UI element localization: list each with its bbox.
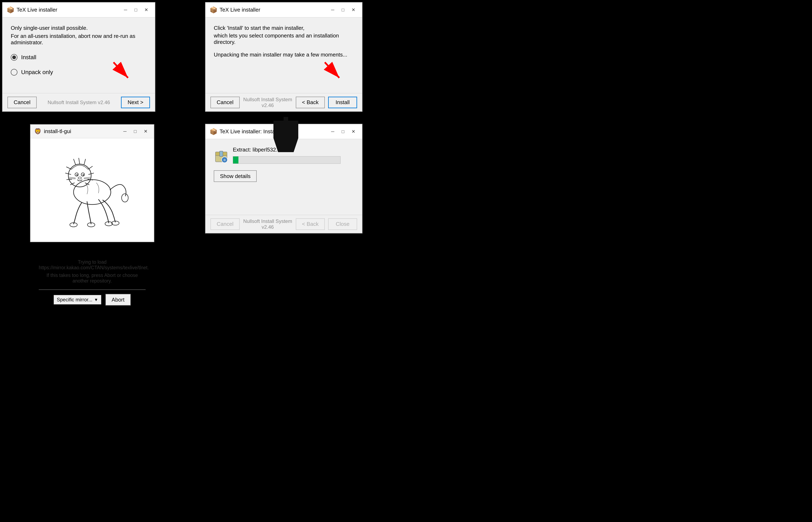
close-btn-1[interactable]: ✕ bbox=[142, 6, 151, 14]
message-line1-1: Only single-user install possible. bbox=[11, 25, 147, 31]
dropdown-arrow-icon: ▼ bbox=[94, 297, 98, 302]
progress-bar-container bbox=[233, 156, 341, 164]
cartoon-area bbox=[31, 138, 154, 242]
app-icon-1: 📦 bbox=[7, 6, 14, 14]
svg-rect-35 bbox=[219, 151, 223, 157]
maximize-btn-1[interactable]: □ bbox=[131, 6, 140, 14]
footer-1: Cancel Nullsoft Install System v2.46 Nex… bbox=[2, 93, 155, 112]
next-button-1[interactable]: Next > bbox=[121, 97, 150, 108]
footer-label-1: Nullsoft Install System v2.46 bbox=[40, 100, 118, 105]
svg-line-25 bbox=[69, 179, 76, 179]
window-installer-2: 📦 TeX Live installer ─ □ ✕ Click 'Instal… bbox=[205, 2, 363, 112]
svg-line-8 bbox=[74, 159, 76, 165]
extract-icon: ⚙ bbox=[214, 149, 229, 164]
svg-point-22 bbox=[83, 174, 84, 176]
radio-unpack[interactable]: Unpack only bbox=[11, 69, 147, 76]
svg-line-27 bbox=[84, 179, 91, 179]
gui-body: TeX Live Installer Trying to load https:… bbox=[31, 242, 154, 312]
svg-line-11 bbox=[66, 167, 72, 169]
install-button-2[interactable]: Install bbox=[328, 97, 357, 108]
minimize-btn-2[interactable]: ─ bbox=[328, 6, 337, 14]
progress-fill bbox=[233, 157, 238, 163]
svg-line-9 bbox=[79, 158, 80, 164]
gui-status-1: Trying to load https://mirror.kakao.com/… bbox=[39, 259, 146, 270]
maximize-btn-gui[interactable]: □ bbox=[131, 128, 140, 135]
svg-line-10 bbox=[84, 159, 85, 165]
window-title-1: TeX Live installer bbox=[17, 7, 57, 13]
gui-footer: Specific mirror... ▼ Abort bbox=[39, 289, 146, 305]
radio-unpack-label: Unpack only bbox=[21, 69, 53, 76]
svg-text:⚙: ⚙ bbox=[223, 158, 226, 162]
title-bar-1: 📦 TeX Live installer ─ □ ✕ bbox=[2, 2, 155, 17]
svg-line-24 bbox=[69, 177, 76, 178]
cancel-button-2[interactable]: Cancel bbox=[210, 97, 240, 108]
message-line2-2: which lets you select components and an … bbox=[214, 33, 354, 45]
close-btn-2[interactable]: ✕ bbox=[349, 6, 358, 14]
svg-point-7 bbox=[69, 164, 91, 187]
message-line2-1: For an all-users installation, abort now… bbox=[11, 33, 147, 46]
extract-label: Extract: libperl532.a bbox=[233, 146, 341, 153]
show-details-button[interactable]: Show details bbox=[214, 170, 257, 182]
minimize-btn-gui[interactable]: ─ bbox=[120, 128, 130, 135]
close-btn-gui[interactable]: ✕ bbox=[141, 128, 150, 135]
svg-point-32 bbox=[121, 194, 128, 202]
gui-app-icon: 🦁 bbox=[34, 128, 41, 135]
window-title-4: TeX Live installer: Installing bbox=[219, 128, 285, 135]
radio-unpack-circle[interactable] bbox=[11, 69, 17, 76]
window-title-2: TeX Live installer bbox=[219, 7, 260, 13]
svg-line-15 bbox=[66, 179, 72, 180]
message-line3-2: Unpacking the main installer may take a … bbox=[214, 52, 354, 58]
svg-point-6 bbox=[74, 180, 111, 204]
window-installer-1: 📦 TeX Live installer ─ □ ✕ Only single-u… bbox=[2, 2, 155, 112]
close-button-4[interactable]: Close bbox=[328, 218, 357, 230]
gui-window-title: install-tl-gui bbox=[44, 128, 71, 135]
svg-line-12 bbox=[88, 166, 93, 169]
minimize-btn-1[interactable]: ─ bbox=[121, 6, 130, 14]
cancel-button-4[interactable]: Cancel bbox=[210, 218, 240, 230]
title-bar-4: 📦 TeX Live installer: Installing ─ □ ✕ bbox=[206, 124, 362, 139]
mirror-label: Specific mirror... bbox=[57, 297, 92, 303]
maximize-btn-2[interactable]: □ bbox=[339, 6, 348, 14]
mirror-dropdown[interactable]: Specific mirror... ▼ bbox=[54, 295, 101, 304]
footer-4: Cancel Nullsoft Install System v2.46 < B… bbox=[206, 215, 362, 233]
title-bar-gui: 🦁 install-tl-gui ─ □ ✕ bbox=[31, 125, 154, 138]
maximize-btn-4[interactable]: □ bbox=[339, 128, 348, 135]
footer-label-4: Nullsoft Install System v2.46 bbox=[243, 218, 292, 230]
gui-app-title: TeX Live Installer bbox=[39, 248, 146, 256]
minimize-btn-4[interactable]: ─ bbox=[328, 128, 337, 135]
radio-install-label: Install bbox=[21, 54, 36, 61]
back-button-4[interactable]: < Back bbox=[296, 218, 325, 230]
gui-status-2: If this takes too long, press Abort or c… bbox=[39, 273, 146, 284]
window-install-gui: 🦁 install-tl-gui ─ □ ✕ bbox=[30, 124, 154, 242]
svg-point-21 bbox=[76, 174, 78, 176]
cartoon-image bbox=[55, 142, 130, 238]
radio-install[interactable]: Install bbox=[11, 54, 147, 61]
app-icon-2: 📦 bbox=[210, 6, 217, 14]
window-installing: 📦 TeX Live installer: Installing ─ □ ✕ ⚙ bbox=[205, 124, 363, 234]
app-icon-4: 📦 bbox=[210, 128, 217, 135]
footer-2: Cancel Nullsoft Install System v2.46 < B… bbox=[206, 93, 362, 112]
close-btn-4[interactable]: ✕ bbox=[349, 128, 358, 135]
install-options: Install Unpack only bbox=[11, 54, 147, 76]
title-bar-2: 📦 TeX Live installer ─ □ ✕ bbox=[206, 2, 362, 17]
message-line1-2: Click 'Install' to start the main instal… bbox=[214, 25, 354, 31]
abort-button[interactable]: Abort bbox=[105, 294, 131, 305]
svg-line-26 bbox=[84, 177, 91, 178]
cancel-button-1[interactable]: Cancel bbox=[7, 97, 37, 108]
footer-label-2: Nullsoft Install System v2.46 bbox=[243, 97, 292, 108]
back-button-2[interactable]: < Back bbox=[296, 97, 325, 108]
radio-install-circle[interactable] bbox=[11, 54, 17, 61]
svg-point-23 bbox=[78, 177, 81, 179]
